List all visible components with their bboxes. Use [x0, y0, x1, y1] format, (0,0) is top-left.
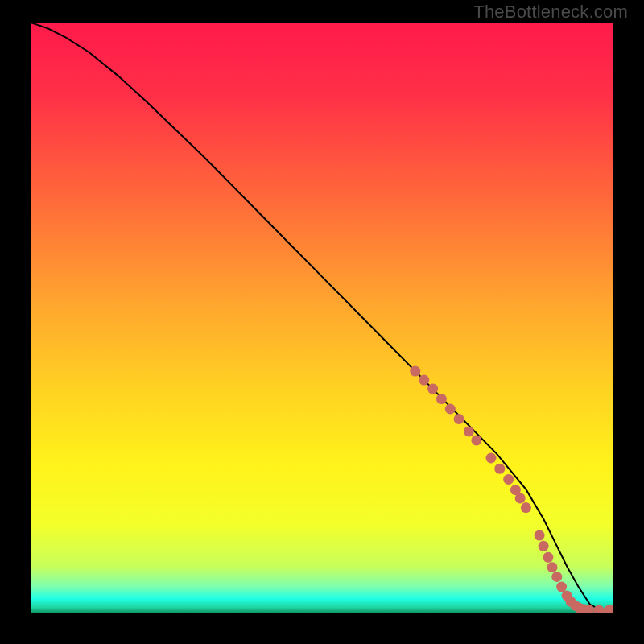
highlight-dot [521, 502, 531, 513]
plot-area [31, 23, 613, 613]
gradient-background [31, 23, 613, 613]
highlight-dot [535, 530, 545, 541]
highlight-dot [543, 552, 553, 563]
chart-frame: TheBottleneck.com [0, 0, 644, 644]
highlight-dot [556, 582, 567, 592]
highlight-dot [436, 394, 447, 404]
watermark-text: TheBottleneck.com [473, 2, 628, 23]
highlight-dot [445, 404, 456, 415]
highlight-dot [515, 493, 526, 503]
highlight-dot [454, 414, 464, 424]
highlight-dot [551, 572, 562, 582]
highlight-dot [419, 375, 429, 386]
highlight-dot [503, 474, 514, 485]
highlight-dot [427, 384, 438, 394]
highlight-dot [547, 562, 558, 572]
highlight-dot [471, 435, 481, 445]
chart-svg [31, 23, 613, 613]
highlight-dot [464, 426, 474, 436]
highlight-dot [539, 541, 549, 551]
highlight-dot [494, 464, 505, 474]
highlight-dot [410, 366, 420, 377]
highlight-dot [486, 453, 497, 464]
